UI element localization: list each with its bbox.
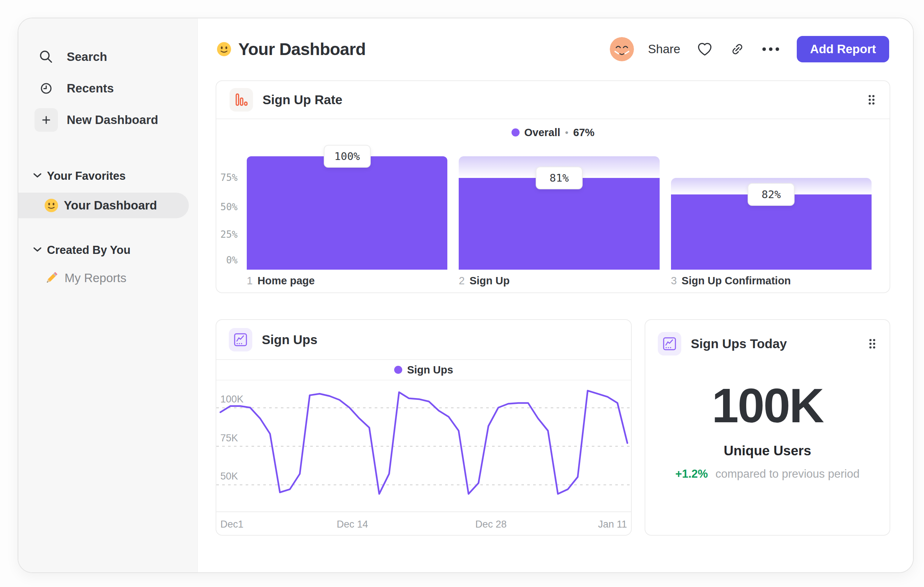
x-axis-tick: Dec 14 bbox=[337, 519, 368, 530]
card-title: Sign Up Rate bbox=[262, 93, 342, 107]
card-title: Sign Ups bbox=[262, 332, 318, 347]
plus-icon bbox=[35, 108, 58, 132]
step-label: 3Sign Up Confirmation bbox=[671, 275, 871, 287]
kpi-comparison: +1.2% compared to previous period bbox=[645, 467, 889, 481]
chevron-down-icon bbox=[33, 173, 42, 180]
sign-ups-card: Sign Ups Sign Ups 100K 75K 50K Dec1 Dec … bbox=[216, 319, 632, 536]
sidebar-section-label: Your Favorites bbox=[47, 169, 126, 183]
sidebar-item-label: Search bbox=[67, 50, 107, 64]
header-actions: Share Add Report bbox=[610, 36, 889, 62]
y-axis-tick: 100K bbox=[220, 394, 243, 405]
x-axis-tick: Dec 28 bbox=[475, 519, 507, 530]
value-tag: 100% bbox=[324, 145, 371, 168]
funnel-bar-sign-up-confirmation[interactable]: 82% bbox=[671, 194, 871, 270]
sign-ups-today-card: Sign Ups Today 100K Unique Users +1.2% c… bbox=[645, 319, 890, 536]
add-report-button[interactable]: Add Report bbox=[797, 36, 889, 62]
legend-value: 67% bbox=[573, 127, 594, 139]
sidebar-nav: Search Recents New Dashboard Your Favori… bbox=[18, 41, 197, 291]
card-header: Sign Up Rate bbox=[216, 81, 889, 119]
funnel-bar-sign-up[interactable]: 81% bbox=[459, 178, 659, 270]
sidebar-item-my-reports[interactable]: My Reports bbox=[18, 265, 197, 291]
card-header: Sign Ups Today bbox=[645, 320, 889, 358]
step-label: 2Sign Up bbox=[459, 275, 659, 287]
sidebar-item-recents[interactable]: Recents bbox=[18, 73, 197, 104]
sidebar-item-label: Recents bbox=[67, 81, 114, 95]
main-area: Your Dashboard Share Add Report bbox=[198, 18, 913, 572]
sidebar-item-search[interactable]: Search bbox=[18, 41, 197, 73]
kpi-value: 100K bbox=[645, 378, 889, 433]
dashboard-header: Your Dashboard Share Add Report bbox=[216, 36, 889, 62]
page-title: Your Dashboard bbox=[238, 39, 366, 59]
step-label: 1Home page bbox=[247, 275, 447, 287]
smiley-emoji bbox=[43, 197, 59, 213]
line-legend[interactable]: Sign Ups bbox=[216, 360, 631, 380]
legend-dot bbox=[512, 128, 520, 136]
sign-up-rate-card: Sign Up Rate Overall • 67% 75% 50% 25% 0… bbox=[216, 80, 890, 293]
sidebar: Search Recents New Dashboard Your Favori… bbox=[18, 18, 198, 572]
avatar[interactable] bbox=[610, 37, 634, 61]
y-axis-tick: 75K bbox=[220, 433, 238, 444]
line-plot: 100K 75K 50K bbox=[216, 380, 631, 511]
drag-handle-icon[interactable] bbox=[867, 94, 876, 105]
more-options-icon[interactable] bbox=[762, 46, 780, 52]
funnel-bar-home-page[interactable]: 100% bbox=[247, 156, 447, 270]
legend-label: Overall bbox=[524, 127, 560, 139]
y-axis-tick: 50K bbox=[220, 471, 238, 482]
funnel-legend[interactable]: Overall • 67% bbox=[216, 119, 889, 146]
kpi-metric-label: Unique Users bbox=[645, 443, 889, 459]
legend-label: Sign Ups bbox=[407, 364, 453, 376]
y-axis-tick: 75% bbox=[216, 172, 238, 183]
sidebar-item-your-dashboard-selected[interactable]: Your Dashboard bbox=[18, 193, 189, 218]
sidebar-section-your-favorites[interactable]: Your Favorites bbox=[18, 165, 197, 187]
funnel-bars: 100% 81% 82% bbox=[247, 146, 871, 270]
share-button[interactable]: Share bbox=[648, 42, 680, 56]
bar-chart-icon bbox=[229, 88, 253, 112]
pencil-emoji bbox=[43, 270, 59, 286]
value-tag: 82% bbox=[747, 183, 795, 206]
chevron-down-icon bbox=[33, 247, 42, 254]
x-axis-tick: Jan 11 bbox=[598, 519, 627, 530]
y-axis-tick: 50% bbox=[216, 202, 238, 212]
value-tag: 81% bbox=[536, 167, 582, 189]
legend-separator: • bbox=[565, 127, 568, 138]
card-title: Sign Ups Today bbox=[691, 336, 787, 351]
clock-icon bbox=[35, 77, 58, 100]
app-window: Search Recents New Dashboard Your Favori… bbox=[18, 18, 914, 573]
sidebar-item-label: Your Dashboard bbox=[64, 198, 157, 212]
sidebar-section-created-by-you[interactable]: Created By You bbox=[18, 239, 197, 261]
sidebar-item-new-dashboard[interactable]: New Dashboard bbox=[18, 104, 197, 136]
funnel-plot: 75% 50% 25% 0% 100% 81% 82% bbox=[216, 146, 889, 270]
legend-dot bbox=[394, 366, 402, 374]
drag-handle-icon[interactable] bbox=[868, 338, 877, 349]
sidebar-item-label: New Dashboard bbox=[67, 113, 158, 127]
line-series[interactable] bbox=[216, 380, 631, 511]
delta-badge: +1.2% bbox=[675, 467, 708, 480]
sidebar-item-label: My Reports bbox=[64, 271, 127, 285]
line-chart-icon bbox=[658, 332, 681, 356]
x-axis: Dec1 Dec 14 Dec 28 Jan 11 bbox=[216, 511, 631, 536]
x-axis-tick: Dec1 bbox=[220, 519, 243, 530]
line-chart-icon bbox=[229, 328, 252, 351]
y-axis-tick: 25% bbox=[216, 229, 238, 240]
y-axis-tick: 0% bbox=[216, 255, 238, 266]
smiley-emoji bbox=[216, 41, 233, 58]
copy-link-icon[interactable] bbox=[729, 41, 746, 57]
funnel-step-labels: 1Home page 2Sign Up 3Sign Up Confirmatio… bbox=[247, 275, 871, 287]
card-header: Sign Ups bbox=[216, 320, 631, 360]
favorite-heart-icon[interactable] bbox=[696, 41, 713, 58]
search-icon bbox=[35, 45, 58, 69]
sidebar-section-label: Created By You bbox=[47, 244, 130, 257]
delta-note: compared to previous period bbox=[715, 467, 860, 480]
